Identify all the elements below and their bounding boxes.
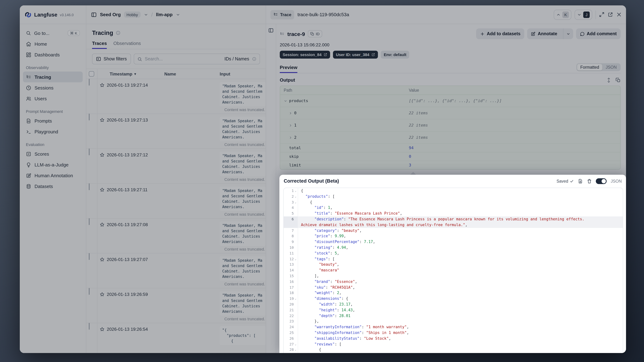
code-line[interactable]: 2⌄"products": [ bbox=[284, 194, 623, 200]
table-row[interactable]: 2026-01-13 19:26:54"{ "products": [ { bbox=[86, 323, 266, 353]
expand-button[interactable] bbox=[599, 12, 604, 17]
sidebar-item-users[interactable]: Users bbox=[23, 93, 83, 104]
search-input[interactable]: Search... IDs / Names bbox=[134, 54, 260, 64]
sidebar-item-prompts[interactable]: Prompts bbox=[23, 116, 83, 126]
bookmark-star-icon[interactable] bbox=[100, 152, 105, 158]
sidebar-item-home[interactable]: Home bbox=[23, 38, 83, 49]
fold-chevron-icon[interactable]: ⌄ bbox=[294, 188, 297, 194]
format-formatted[interactable]: Formatted bbox=[577, 64, 602, 70]
annotate-button[interactable]: Annotate bbox=[527, 28, 561, 39]
code-line[interactable]: 8"price": 9.99, bbox=[284, 234, 623, 239]
code-line[interactable]: 4"id": 1, bbox=[284, 205, 623, 211]
user-badge[interactable]: User ID: user_384 bbox=[333, 51, 378, 58]
code-line[interactable]: 6"description": "The Essence Mascara Las… bbox=[284, 216, 623, 222]
code-line[interactable]: 11"stock": 5, bbox=[284, 250, 623, 256]
select-all-checkbox[interactable] bbox=[89, 71, 94, 76]
annotate-dropdown-button[interactable] bbox=[563, 28, 573, 39]
next-trace-button[interactable]: J bbox=[574, 10, 592, 20]
add-to-datasets-button[interactable]: Add to datasets bbox=[476, 28, 524, 39]
show-filters-button[interactable]: Show filters bbox=[92, 54, 131, 64]
output-row[interactable]: 222 items bbox=[280, 132, 620, 144]
output-row[interactable]: skip0 bbox=[280, 152, 620, 161]
code-line[interactable]: 13"beauty", bbox=[284, 262, 623, 268]
output-row[interactable]: total94 bbox=[280, 144, 620, 152]
code-line[interactable]: 12⌄"tags": [ bbox=[284, 256, 623, 262]
breadcrumb-project[interactable]: llm-app bbox=[156, 12, 172, 17]
code-line[interactable]: 20"width": 23.17, bbox=[284, 302, 623, 307]
tree-chevron-right-icon[interactable] bbox=[289, 136, 292, 139]
table-row[interactable]: 2026-01-13 19:27:12"Madam Speaker, Ma an… bbox=[86, 149, 266, 184]
row-input-preview[interactable]: "Madam Speaker, Ma and Second Gentlem Ca… bbox=[220, 186, 266, 211]
bookmark-star-icon[interactable] bbox=[100, 222, 105, 227]
code-line[interactable]: 23}, bbox=[284, 319, 623, 324]
code-line[interactable]: 22"depth": 28.01 bbox=[284, 313, 623, 319]
delete-correction-button[interactable] bbox=[587, 178, 592, 184]
info-icon[interactable] bbox=[252, 57, 256, 61]
code-line[interactable]: 15], bbox=[284, 273, 623, 279]
code-line[interactable]: 10"rating": 4.94, bbox=[284, 245, 623, 250]
table-row[interactable]: 2026-01-13 19:27:13"Madam Speaker, Ma an… bbox=[86, 114, 266, 149]
table-row[interactable]: 2026-01-13 19:26:59"Madam Speaker, Ma an… bbox=[86, 288, 266, 323]
code-line[interactable]: 19⌄"dimensions": { bbox=[284, 296, 623, 302]
row-checkbox[interactable] bbox=[89, 79, 90, 86]
search-scope-label[interactable]: IDs / Names bbox=[224, 56, 249, 62]
fold-chevron-icon[interactable]: ⌄ bbox=[294, 199, 297, 205]
fold-chevron-icon[interactable]: ⌄ bbox=[294, 256, 297, 262]
row-input-preview[interactable]: "Madam Speaker, Ma and Second Gentlem Ca… bbox=[220, 152, 266, 176]
code-line[interactable]: 14"mascara" bbox=[284, 268, 623, 273]
tree-chevron-down-icon[interactable] bbox=[284, 99, 287, 103]
bookmark-star-icon[interactable] bbox=[100, 257, 105, 262]
bookmark-star-icon[interactable] bbox=[100, 187, 105, 192]
row-input-preview[interactable]: "{ "products": [ { bbox=[220, 326, 266, 345]
tab-observations[interactable]: Observations bbox=[113, 40, 141, 49]
open-external-button[interactable] bbox=[608, 12, 613, 17]
output-row[interactable]: products[{"id": ...}, {"id": ...}, {"id"… bbox=[280, 95, 620, 107]
bookmark-star-icon[interactable] bbox=[100, 327, 105, 332]
bookmark-star-icon[interactable] bbox=[100, 292, 105, 297]
goto-search[interactable]: Go to... ⌘ K bbox=[23, 28, 83, 38]
sidebar-toggle-icon[interactable] bbox=[91, 12, 97, 18]
sidebar-item-tracing[interactable]: Tracing bbox=[23, 72, 83, 82]
fold-chevron-icon[interactable]: ⌄ bbox=[294, 296, 297, 302]
sidebar-item-playground[interactable]: Playground bbox=[23, 126, 83, 137]
breadcrumb-org[interactable]: Seed Org bbox=[100, 12, 121, 17]
resize-vertical-icon[interactable] bbox=[606, 78, 611, 82]
fold-chevron-icon[interactable]: ⌄ bbox=[294, 347, 297, 353]
org-chevron-down-icon[interactable] bbox=[144, 12, 148, 17]
row-input-preview[interactable]: "Madam Speaker, Ma and Second Gentlem Ca… bbox=[220, 256, 266, 281]
code-line[interactable]: 3⌄{ bbox=[284, 199, 623, 205]
sidebar-item-llm-as-a-judge[interactable]: LLM-as-a-Judge bbox=[23, 159, 83, 170]
fold-chevron-icon[interactable]: ⌄ bbox=[294, 194, 297, 200]
column-timestamp[interactable]: Timestamp ▼ bbox=[97, 69, 164, 79]
tree-chevron-right-icon[interactable] bbox=[289, 111, 292, 115]
diff-button[interactable] bbox=[578, 178, 583, 184]
copy-id-chip[interactable]: ID bbox=[308, 30, 322, 38]
column-input[interactable]: Input bbox=[216, 71, 266, 76]
fold-chevron-icon[interactable]: ⌄ bbox=[294, 341, 297, 347]
code-line[interactable]: 27⌄"reviews": [ bbox=[284, 341, 623, 347]
code-line[interactable]: 18"weight": 2, bbox=[284, 290, 623, 296]
tab-traces[interactable]: Traces bbox=[92, 40, 107, 49]
row-checkbox[interactable] bbox=[89, 288, 90, 295]
row-checkbox[interactable] bbox=[89, 323, 90, 330]
output-row[interactable]: limit3 bbox=[280, 161, 620, 169]
project-chevron-down-icon[interactable] bbox=[176, 12, 180, 17]
session-badge[interactable]: Session: session_84 bbox=[280, 51, 330, 58]
code-line[interactable]: 1⌄{ bbox=[284, 188, 623, 194]
format-json[interactable]: JSON bbox=[602, 64, 620, 70]
sidebar-item-dashboards[interactable]: Dashboards bbox=[23, 49, 83, 60]
code-line[interactable]: Achieve dramatic lashes with this long-l… bbox=[284, 222, 623, 228]
tab-preview[interactable]: Preview bbox=[280, 65, 297, 73]
row-checkbox[interactable] bbox=[89, 253, 90, 260]
column-name[interactable]: Name bbox=[164, 71, 216, 76]
close-panel-button[interactable] bbox=[616, 12, 622, 17]
code-line[interactable]: 21"height": 14.43, bbox=[284, 307, 623, 313]
bookmark-star-icon[interactable] bbox=[100, 118, 105, 122]
json-toggle[interactable] bbox=[596, 178, 607, 184]
tree-chevron-right-icon[interactable] bbox=[289, 124, 292, 127]
add-comment-button[interactable]: Add comment bbox=[576, 28, 621, 39]
output-row[interactable]: 122 items bbox=[280, 119, 620, 132]
sidebar-item-sessions[interactable]: Sessions bbox=[23, 82, 83, 93]
collapse-tree-panel-icon[interactable] bbox=[268, 28, 274, 33]
code-line[interactable]: 16"brand": "Essence", bbox=[284, 279, 623, 285]
